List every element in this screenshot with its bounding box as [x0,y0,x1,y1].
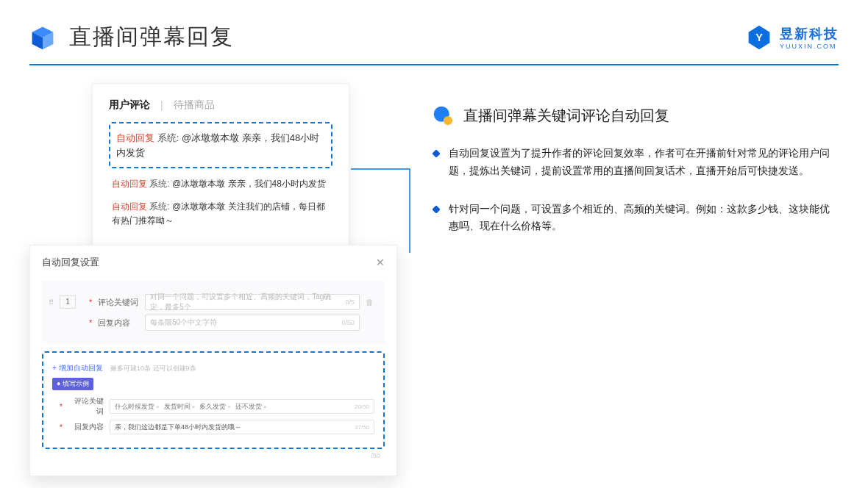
cube-icon [29,24,56,51]
bullet-text: 针对同一个问题，可设置多个相近的、高频的关键词。例如：这款多少钱、这块能优惠吗、… [449,201,839,236]
keyword-placeholder: 对同一个问题，可设置多个相近、高频的关键词，Tag确定，最多5个 [150,292,345,312]
bullet-item: 针对同一个问题，可设置多个相近的、高频的关键词。例如：这款多少钱、这块能优惠吗、… [433,201,839,236]
title-area: 直播间弹幕回复 [29,22,234,52]
page-header: 直播间弹幕回复 Y 昱新科技 YUUXIN.COM [0,0,868,64]
delete-icon[interactable]: 🗑 [366,298,376,306]
auto-reply-tag: 自动回复 [112,179,147,189]
tag-item: 多久发货× [199,402,231,412]
chat-bubble-icon [433,105,453,126]
diamond-bullet-icon [433,206,440,213]
header-divider [29,64,839,65]
example-content-label: 回复内容 [68,422,104,432]
add-auto-reply-link[interactable]: + 增加自动回复 [52,364,103,372]
diamond-bullet-icon [433,150,440,157]
bullet-item: 自动回复设置为了提升作者的评论回复效率，作者可在开播前针对常见的评论用户问题，提… [433,145,839,180]
auto-reply-tag: 自动回复 [116,132,154,143]
keyword-input[interactable]: 对同一个问题，可设置多个相近、高频的关键词，Tag确定，最多5个 0/5 [145,294,360,310]
comments-card: 用户评论 | 待播商品 自动回复 系统: @冰墩墩本墩 亲亲，我们48小时内发货… [92,83,349,253]
system-label: 系统: [149,179,169,189]
content-counter: 0/50 [341,319,355,326]
add-note: 最多可建10条 还可以创建9条 [110,365,196,372]
comment-row: 自动回复 系统: @冰墩墩本墩 关注我们的店铺，每日都有热门推荐呦～ [109,200,332,228]
brand-logo-icon: Y [746,24,772,51]
highlighted-comment: 自动回复 系统: @冰墩墩本墩 亲亲，我们48小时内发货 [109,122,332,168]
svg-rect-7 [433,150,440,157]
left-column: 用户评论 | 待播商品 自动回复 系统: @冰墩墩本墩 亲亲，我们48小时内发货… [29,83,397,256]
required-mark: * [89,318,92,327]
keyword-counter: 0/5 [345,298,355,306]
connector-line [351,156,413,253]
example-content-counter: 37/50 [355,424,369,431]
svg-text:Y: Y [755,32,763,43]
keyword-row: ⠿ 1 * 评论关键词 对同一个问题，可设置多个相近、高频的关键词，Tag确定，… [48,294,376,310]
right-column: 直播间弹幕关键词评论自动回复 自动回复设置为了提升作者的评论回复效率，作者可在开… [433,83,839,256]
tag-item: 什么时候发货× [115,402,160,412]
example-badge: ● 填写示例 [52,378,93,390]
keyword-label: 评论关键词 [98,297,139,308]
tag-item: 发货时间× [164,402,196,412]
content-label: 回复内容 [98,317,139,329]
tab-separator: | [160,99,163,111]
example-keyword-row: * 评论关键词 什么时候发货× 发货时间× 多久发货× 还不发货× 20/50 [52,396,374,417]
content-row: * 回复内容 每条限50个中文字符 0/50 [48,315,376,331]
example-section: + 增加自动回复 最多可建10条 还可以创建9条 ● 填写示例 * 评论关键词 … [42,351,385,449]
required-mark: * [60,403,63,411]
settings-header: 自动回复设置 ✕ [42,256,385,276]
svg-point-6 [444,116,452,125]
required-mark: * [89,298,92,306]
settings-title: 自动回复设置 [42,256,99,269]
system-label: 系统: [157,132,179,143]
tab-user-comments[interactable]: 用户评论 [109,98,150,112]
trailing-counter: /50 [42,449,385,459]
content-area: 用户评论 | 待播商品 自动回复 系统: @冰墩墩本墩 亲亲，我们48小时内发货… [0,83,868,256]
system-label: 系统: [149,201,169,212]
tag-list: 什么时候发货× 发货时间× 多久发货× 还不发货× [115,402,267,412]
settings-dialog: 自动回复设置 ✕ ⠿ 1 * 评论关键词 对同一个问题，可设置多个相近、高频的关… [29,245,397,476]
tabs-row: 用户评论 | 待播商品 [109,98,332,112]
drag-handle-icon[interactable]: ⠿ [48,298,54,306]
tag-item: 还不发货× [235,402,267,412]
order-number: 1 [60,295,76,309]
brand-name: 昱新科技 [780,25,839,43]
example-keyword-input[interactable]: 什么时候发货× 发货时间× 多久发货× 还不发货× 20/50 [110,399,374,414]
brand-text: 昱新科技 YUUXIN.COM [780,25,839,50]
close-icon[interactable]: ✕ [376,256,385,268]
page-title: 直播间弹幕回复 [69,22,234,52]
required-mark: * [60,423,63,431]
example-content-input[interactable]: 亲，我们这边都是下单48小时内发货的哦～ 37/50 [110,420,374,434]
brand-sub: YUUXIN.COM [780,43,839,50]
form-section: ⠿ 1 * 评论关键词 对同一个问题，可设置多个相近、高频的关键词，Tag确定，… [42,281,385,344]
content-input[interactable]: 每条限50个中文字符 0/50 [145,315,360,331]
section-header: 直播间弹幕关键词评论自动回复 [433,105,839,126]
tab-pending-products[interactable]: 待播商品 [174,98,215,112]
section-title: 直播间弹幕关键词评论自动回复 [463,106,669,126]
content-placeholder: 每条限50个中文字符 [150,317,217,328]
bullet-text: 自动回复设置为了提升作者的评论回复效率，作者可在开播前针对常见的评论用户问题，提… [449,145,839,180]
example-content-value: 亲，我们这边都是下单48小时内发货的哦～ [115,423,241,432]
add-row: + 增加自动回复 最多可建10条 还可以创建9条 [52,360,374,373]
comment-text: @冰墩墩本墩 亲亲，我们48小时内发货 [172,179,326,189]
example-content-row: * 回复内容 亲，我们这边都是下单48小时内发货的哦～ 37/50 [52,420,374,434]
comment-row: 自动回复 系统: @冰墩墩本墩 亲亲，我们48小时内发货 [109,177,332,191]
svg-rect-8 [433,206,440,213]
example-keyword-label: 评论关键词 [68,396,104,417]
example-keyword-counter: 20/50 [355,403,369,410]
brand-logo: Y 昱新科技 YUUXIN.COM [746,24,839,51]
auto-reply-tag: 自动回复 [112,201,147,212]
